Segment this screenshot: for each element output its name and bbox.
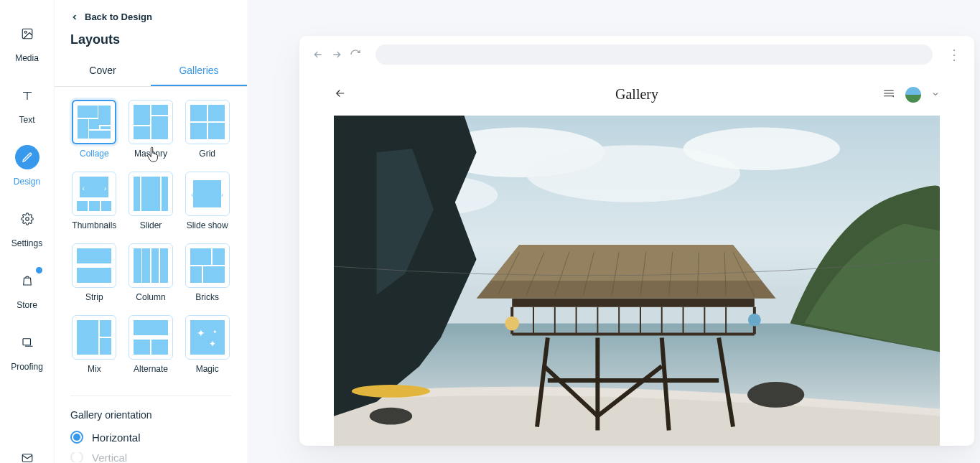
rail-item-store[interactable]: Store [5, 268, 50, 310]
rail-label: Text [19, 115, 34, 125]
gear-icon [15, 207, 39, 231]
svg-point-45 [370, 408, 413, 425]
layout-option-column[interactable]: Column [127, 243, 175, 302]
notification-dot [36, 267, 42, 273]
tab-cover[interactable]: Cover [55, 56, 151, 86]
orientation-option-vertical[interactable]: Vertical [70, 452, 231, 462]
layout-option-mix[interactable]: Mix [70, 315, 118, 374]
radio-icon [70, 431, 83, 444]
layout-option-bricks[interactable]: Bricks [183, 243, 231, 302]
filter-icon[interactable] [882, 88, 895, 102]
refresh-icon[interactable] [350, 49, 361, 60]
rail-item-mail[interactable] [5, 446, 50, 463]
svg-point-44 [747, 382, 804, 408]
rail-label: Design [14, 177, 40, 187]
layers-icon [15, 330, 39, 355]
layout-option-alternate[interactable]: Alternate [127, 315, 175, 374]
preview-stage: ⋮ Gallery [248, 0, 980, 463]
url-bar[interactable] [375, 45, 933, 65]
orientation-option-horizontal[interactable]: Horizontal [70, 431, 231, 444]
forward-icon[interactable] [331, 49, 342, 60]
chevron-down-icon[interactable] [931, 88, 940, 101]
page-title: Gallery [615, 86, 658, 103]
rail-label: Proofing [11, 362, 43, 372]
rail-label: Store [17, 300, 37, 310]
svg-point-46 [352, 385, 430, 398]
gallery-hero-image [334, 116, 940, 446]
back-label: Back to Design [85, 11, 152, 22]
svg-point-43 [748, 314, 761, 327]
avatar[interactable] [905, 87, 921, 103]
back-to-design-link[interactable]: Back to Design [70, 11, 231, 22]
panel-title: Layouts [70, 32, 231, 47]
rail-item-design[interactable]: Design [5, 145, 50, 187]
rail-item-proofing[interactable]: Proofing [5, 330, 50, 372]
chevron-left-icon [70, 13, 79, 22]
options-panel: Back to Design Layouts Cover Galleries [54, 0, 248, 463]
svg-point-8 [683, 128, 840, 171]
layout-option-masonry[interactable]: Masonry [127, 100, 175, 159]
layout-option-slideshow[interactable]: ‹ › Slide show [183, 172, 231, 230]
svg-rect-4 [22, 454, 32, 462]
tab-galleries[interactable]: Galleries [151, 56, 247, 86]
svg-rect-3 [23, 339, 31, 345]
pencil-icon [15, 145, 39, 169]
panel-tabs: Cover Galleries [55, 56, 247, 87]
layout-option-thumbnails[interactable]: ‹ › Thumbnails [70, 172, 118, 230]
back-icon[interactable] [312, 49, 324, 60]
rail-item-media[interactable]: Media [5, 22, 50, 63]
svg-point-2 [25, 218, 29, 221]
image-icon [15, 22, 39, 46]
rail-item-text[interactable]: Text [5, 83, 50, 125]
radio-icon [70, 452, 83, 462]
page-header: Gallery [299, 73, 974, 116]
svg-point-42 [505, 317, 519, 331]
layout-option-grid[interactable]: Grid [183, 100, 231, 159]
orientation-title: Gallery orientation [70, 409, 231, 421]
text-icon [15, 83, 39, 108]
layout-option-magic[interactable]: ✦ ✦ ✦ Magic [183, 315, 231, 374]
browser-chrome: ⋮ [299, 36, 974, 73]
browser-frame: ⋮ Gallery [299, 36, 974, 446]
svg-rect-21 [512, 299, 755, 307]
page-back-icon[interactable] [334, 87, 347, 103]
mail-icon [15, 446, 39, 463]
rail-item-settings[interactable]: Settings [5, 207, 50, 248]
layout-option-slider[interactable]: Slider [127, 172, 175, 230]
layout-option-strip[interactable]: Strip [70, 243, 118, 302]
bag-icon [15, 268, 39, 293]
layout-option-collage[interactable]: Collage [70, 100, 118, 159]
rail-label: Settings [11, 238, 42, 248]
rail-label: Media [15, 53, 39, 63]
left-rail: Media Text Design Settings Store [0, 0, 54, 463]
svg-point-1 [24, 31, 27, 33]
layout-grid: Collage Masonry [70, 100, 231, 374]
